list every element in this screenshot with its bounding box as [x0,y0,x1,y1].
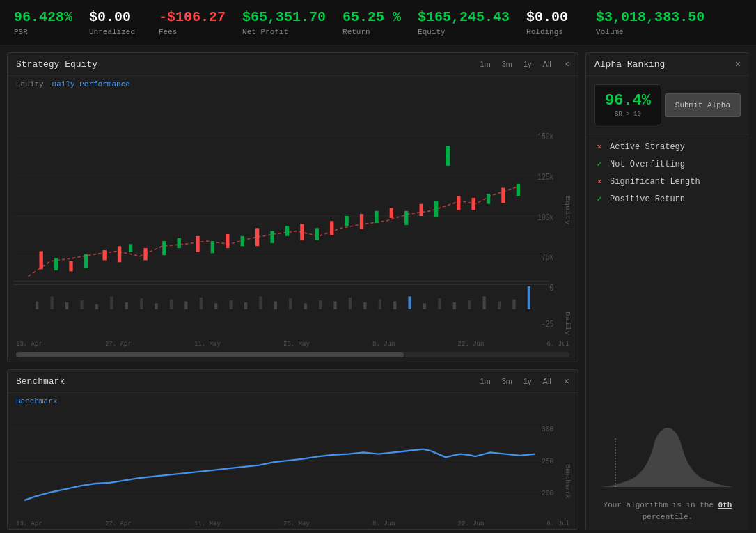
svg-rect-10 [118,246,121,262]
alpha-score-section: 96.4% SR > 10 Submit Alpha [586,76,749,134]
volume-label: Volume [596,28,704,36]
benchmark-chart-area: 300 250 200 Benchmark [8,410,578,519]
svg-rect-36 [501,188,505,203]
ranking-item-positive-return: ✓ Positive Return [594,194,741,204]
svg-rect-18 [241,236,244,246]
svg-text:300: 300 [542,426,553,433]
submit-alpha-button[interactable]: Submit Alpha [665,93,741,117]
svg-rect-75 [498,302,501,310]
fees-value: -$106.27 [159,8,226,26]
svg-text:-25: -25 [542,318,553,329]
psr-label: PSR [14,28,72,36]
svg-rect-11 [129,244,132,252]
time-btn-all[interactable]: All [540,59,554,70]
left-panels: Strategy Equity 1m 3m 1y All × Equity Da… [0,45,585,533]
svg-rect-7 [69,261,72,271]
svg-rect-57 [229,300,232,309]
time-btn-3m[interactable]: 3m [499,59,515,70]
svg-rect-21 [285,226,289,235]
svg-rect-12 [143,248,147,260]
benchmark-time-btn-3m[interactable]: 3m [499,376,515,387]
psr-value: 96.428% [14,8,72,26]
strategy-equity-header: Strategy Equity 1m 3m 1y All × [8,53,578,76]
svg-rect-35 [487,194,490,203]
svg-rect-66 [363,302,366,309]
svg-rect-5 [39,251,42,269]
svg-rect-14 [178,238,181,248]
holdings-label: Holdings [526,28,579,36]
tab-daily-performance[interactable]: Daily Performance [52,80,130,88]
header-stats-bar: 96.428% PSR $0.00 Unrealized -$106.27 Fe… [0,0,756,45]
alpha-score-value: 96.4% [605,92,651,109]
main-content: Strategy Equity 1m 3m 1y All × Equity Da… [0,45,756,533]
alpha-ranking-close-button[interactable]: × [735,59,741,70]
strategy-equity-scrollbar-thumb[interactable] [16,352,404,357]
benchmark-close-button[interactable]: × [564,376,569,387]
svg-rect-37 [517,184,520,196]
time-btn-1m[interactable]: 1m [477,59,493,70]
strategy-equity-close-button[interactable]: × [564,59,569,70]
svg-rect-67 [379,300,381,309]
equity-value: $165,245.43 [418,8,510,26]
svg-rect-8 [84,254,88,268]
strategy-equity-panel: Strategy Equity 1m 3m 1y All × Equity Da… [7,52,578,362]
svg-rect-15 [196,236,199,252]
stat-return: 65.25 % Return [342,8,418,36]
svg-text:150k: 150k [537,132,553,142]
benchmark-time-btn-1y[interactable]: 1y [521,376,535,387]
bell-curve-section: Your algorithm is in the 0th percentile. [586,211,749,530]
svg-rect-25 [345,216,348,226]
stat-holdings: $0.00 Holdings [526,8,596,36]
alpha-ranking-panel: Alpha Ranking × 96.4% SR > 10 Submit Alp… [585,52,749,530]
svg-text:100k: 100k [537,212,553,222]
svg-rect-58 [244,302,247,309]
benchmark-time-btn-all[interactable]: All [540,376,554,387]
svg-rect-24 [330,221,333,235]
svg-rect-46 [65,302,68,309]
active-strategy-label: Active Strategy [610,142,685,152]
svg-rect-29 [404,211,408,225]
significant-length-icon: ✕ [594,176,604,187]
svg-rect-23 [315,228,319,240]
svg-rect-69 [408,296,411,309]
volume-value: $3,018,383.50 [596,8,704,26]
svg-rect-6 [54,258,58,270]
return-value: 65.25 % [342,8,401,26]
not-overfitting-label: Not Overfitting [610,160,685,169]
benchmark-time-controls[interactable]: 1m 3m 1y All × [477,376,569,387]
tab-equity[interactable]: Equity [16,80,44,88]
svg-text:Benchmark: Benchmark [565,465,572,499]
benchmark-title: Benchmark [16,376,65,387]
strategy-equity-time-controls[interactable]: 1m 3m 1y All × [477,59,569,70]
svg-rect-47 [80,300,83,309]
stat-volume: $3,018,383.50 Volume [596,8,721,36]
svg-rect-77 [528,286,530,309]
svg-text:Equity: Equity [565,196,571,224]
strategy-equity-tabs[interactable]: Equity Daily Performance [8,76,578,93]
svg-rect-22 [300,224,304,240]
svg-rect-60 [274,302,277,310]
time-btn-1y[interactable]: 1y [521,59,535,70]
svg-rect-61 [289,298,292,309]
svg-rect-20 [270,231,274,243]
equity-label: Equity [418,28,510,36]
svg-rect-17 [226,234,229,248]
positive-return-label: Positive Return [610,194,685,204]
strategy-equity-scrollbar[interactable] [16,352,569,357]
stat-fees: -$106.27 Fees [159,8,242,36]
not-overfitting-icon: ✓ [594,159,604,169]
percentile-prefix: Your algorithm is in the [604,501,714,509]
benchmark-header: Benchmark 1m 3m 1y All × [8,370,578,393]
benchmark-time-btn-1m[interactable]: 1m [477,376,493,387]
percentile-suffix: percentile. [643,513,693,521]
tab-benchmark[interactable]: Benchmark [16,397,57,405]
svg-text:125k: 125k [537,172,553,183]
significant-length-label: Significant Length [610,177,700,187]
svg-rect-53 [170,300,173,309]
svg-rect-65 [349,298,352,309]
stat-equity: $165,245.43 Equity [418,8,526,36]
svg-rect-56 [214,303,217,309]
svg-rect-73 [468,300,471,309]
svg-rect-44 [36,302,38,310]
benchmark-tabs[interactable]: Benchmark [8,393,578,410]
